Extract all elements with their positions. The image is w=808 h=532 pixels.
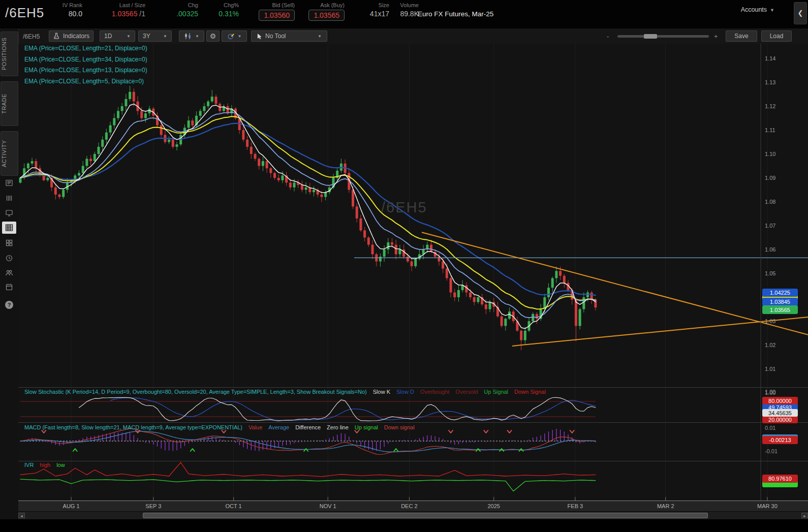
macd-row-legend-item[interactable]: Value	[248, 424, 262, 430]
stoch-row: Slow Stochastic (K Period=14, D Period=9…	[24, 389, 546, 395]
macd-row: MACD (Fast length=8, Slow length=21, MAC…	[24, 424, 415, 430]
ema-study-label[interactable]: EMA (Price=CLOSE, Length=13, Displace=0)	[24, 67, 147, 74]
ivr-row-legend-item[interactable]: IVR	[24, 462, 34, 468]
ema34-bubble: 1.04225	[762, 289, 798, 297]
date-axis-label: NOV 1	[320, 503, 336, 509]
chart-settings-button[interactable]: ⚙	[206, 30, 220, 42]
macd-row-legend-item[interactable]: Down signal	[384, 424, 415, 430]
sidebar-calendar-icon[interactable]	[2, 281, 16, 293]
sidebar-dashboard-icon[interactable]	[2, 237, 16, 249]
sidebar-clock-icon[interactable]	[2, 252, 16, 264]
timeframe-dropdown[interactable]: 1D▼	[100, 30, 135, 42]
sidebar-tab-activity[interactable]: ACTIVITY	[1, 131, 18, 176]
chart-watermark: /6EH5	[381, 199, 427, 216]
macd-row-legend-item[interactable]: Difference	[295, 424, 321, 430]
price-axis-label: 1.13	[765, 79, 775, 85]
stoch-row-legend-item[interactable]: Down Signal	[514, 389, 546, 395]
trading-platform: /6EH5 IV Rank80.0Last / Size1.03565 /1Ch…	[0, 0, 808, 532]
price-axis-label: 1.08	[765, 199, 775, 205]
stoch-row-title[interactable]: Slow Stochastic (K Period=14, D Period=9…	[24, 389, 367, 395]
slowk-bubble: 34.45635	[762, 409, 798, 417]
date-axis-label: FEB 3	[568, 503, 583, 509]
range-dropdown[interactable]: 3Y▼	[138, 30, 172, 42]
macd-row-legend-item[interactable]: Zero line	[327, 424, 349, 430]
quote-value-iv-rank: 80.0	[51, 10, 82, 18]
overbought-bubble: 80.00000	[762, 397, 798, 404]
ema-study-label[interactable]: EMA (Price=CLOSE, Length=21, Displace=0)	[24, 45, 147, 52]
quote-label-bid: Bid (Sell)	[248, 2, 295, 8]
quote-field-iv-rank: IV Rank80.0	[51, 2, 82, 18]
save-button[interactable]: Save	[726, 30, 757, 42]
macd-row-legend-item[interactable]: Average	[268, 424, 289, 430]
chart-scrollbar[interactable]: ◄ ►	[18, 511, 808, 519]
quote-field-volume: Volume89.8K	[392, 2, 419, 18]
clock-icon	[5, 254, 13, 262]
chevron-down-icon: ▼	[318, 34, 322, 39]
chart-grid-icon	[5, 224, 13, 232]
active-tool-dropdown[interactable]: No Tool ▼	[251, 30, 327, 42]
macd-row-legend-item[interactable]: Up signal	[355, 424, 378, 430]
zoom-out-button[interactable]: -	[607, 33, 609, 40]
stoch-row-legend-item[interactable]: Up Signal	[484, 389, 508, 395]
scroll-left-button[interactable]: ◄	[18, 513, 25, 518]
scroll-right-button[interactable]: ►	[801, 513, 808, 518]
accounts-dropdown[interactable]: Accounts▼	[741, 6, 774, 13]
ema-study-label[interactable]: EMA (Price=CLOSE, Length=34, Displace=0)	[24, 56, 147, 63]
collapse-panel-button[interactable]: ❮	[794, 2, 807, 24]
price-axis-label: 1.03	[765, 318, 775, 324]
quote-label-iv-rank: IV Rank	[51, 2, 82, 8]
stoch-row-legend-item[interactable]: Slow D	[396, 389, 414, 395]
quote-label-volume: Volume	[392, 2, 419, 8]
zoom-in-button[interactable]: +	[714, 33, 718, 40]
zoom-slider-thumb[interactable]	[644, 34, 657, 39]
macd-value-bubble: -0.00213	[762, 436, 798, 444]
left-sidebar: POSITIONSTRADEACTIVITY?	[0, 28, 19, 532]
scrollbar-thumb[interactable]	[143, 513, 708, 518]
sidebar-monitor-icon[interactable]	[2, 207, 16, 219]
chart-canvas[interactable]	[18, 44, 808, 500]
chevron-down-icon: ▼	[163, 34, 167, 39]
chevron-down-icon: ▼	[195, 34, 199, 39]
ivr-row-legend-item[interactable]: low	[56, 462, 65, 468]
ivr-row-legend-item[interactable]: high	[40, 462, 50, 468]
sidebar-help-icon[interactable]: ?	[2, 299, 16, 311]
drawing-tools-button[interactable]: ▼	[222, 30, 247, 42]
sidebar-chart-grid-icon[interactable]	[2, 222, 16, 234]
price-axis-label: 1.01	[765, 366, 775, 372]
draw-globe-icon	[227, 33, 235, 40]
quote-label-chg-pct: Chg%	[209, 2, 239, 8]
price-axis-label: 1.09	[765, 175, 775, 181]
chart-type-button[interactable]: ▼	[179, 30, 204, 42]
macd-row-title[interactable]: MACD (Fast length=8, Slow length=21, MAC…	[24, 424, 242, 430]
date-axis-label: SEP 3	[145, 503, 161, 509]
quote-label-ask: Ask (Buy)	[298, 2, 345, 8]
stoch-row-legend-item[interactable]: Oversold	[455, 389, 478, 395]
gear-icon: ⚙	[210, 32, 216, 40]
stoch-row-legend-item[interactable]: Overbought	[420, 389, 449, 395]
sidebar-people-icon[interactable]	[2, 267, 16, 279]
date-axis-label: OCT 1	[226, 503, 242, 509]
sidebar-news-icon[interactable]	[2, 177, 16, 189]
sidebar-tab-positions[interactable]: POSITIONS	[1, 32, 18, 76]
price-axis-label: 1.14	[765, 55, 775, 61]
chevron-down-icon: ▼	[127, 34, 131, 39]
ivr-row: IVRhighlow	[24, 462, 65, 468]
stoch-axis-label: 1.00	[765, 389, 775, 395]
quote-value-bid[interactable]: 1.03560	[259, 10, 295, 21]
quote-value-volume: 89.8K	[392, 10, 419, 18]
quote-label-chg: Chg	[167, 2, 198, 8]
cursor-icon	[257, 33, 262, 40]
sidebar-tab-trade[interactable]: TRADE	[1, 81, 18, 126]
quote-value-ask[interactable]: 1.03565	[308, 10, 345, 21]
dashboard-icon	[5, 239, 13, 247]
last-price-bubble: 1.03565	[762, 305, 798, 314]
sidebar-list-icon[interactable]	[2, 192, 16, 204]
oversold-bubble: 20.00000	[762, 416, 798, 423]
ema-study-label[interactable]: EMA (Price=CLOSE, Length=5, Displace=0)	[24, 78, 144, 85]
indicators-button[interactable]: Indicators	[49, 30, 94, 42]
load-button[interactable]: Load	[761, 30, 792, 42]
quote-label-size: Size	[363, 2, 389, 8]
candlestick-chart-icon	[184, 33, 192, 40]
stoch-row-legend-item[interactable]: Slow K	[373, 389, 390, 395]
zoom-slider[interactable]	[617, 35, 709, 38]
